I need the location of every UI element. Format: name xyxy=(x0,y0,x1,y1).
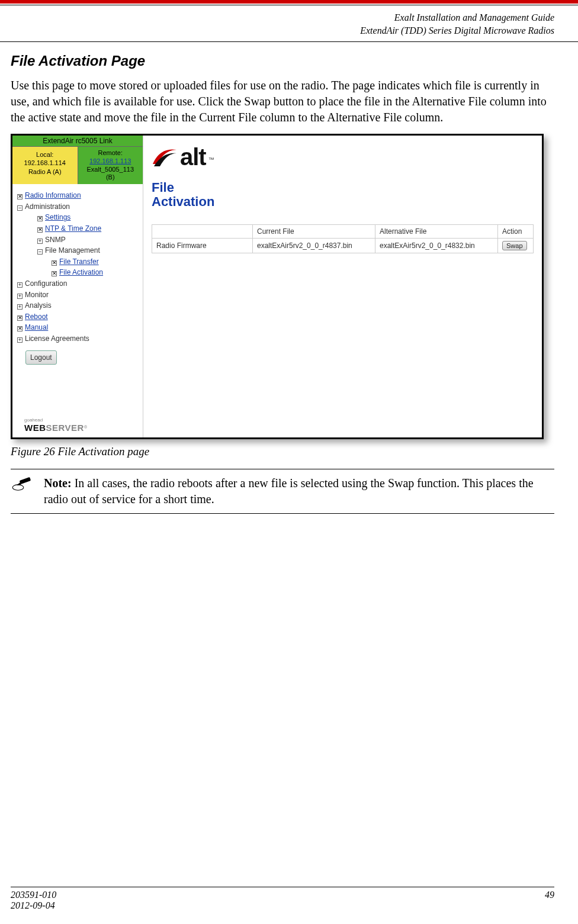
bullet-icon: ✕ xyxy=(52,260,57,266)
pencil-icon xyxy=(11,475,33,507)
nav-file-transfer[interactable]: ✕ File Transfer xyxy=(17,256,139,268)
note-text: Note: In all cases, the radio reboots af… xyxy=(44,475,554,507)
nav-settings[interactable]: ✕ Settings xyxy=(17,212,139,223)
nav-license[interactable]: + License Agreements xyxy=(17,333,139,345)
page-footer: 203591-010 2012-09-04 49 xyxy=(0,887,578,911)
figure-caption: Figure 26 File Activation page xyxy=(11,445,554,458)
collapse-icon[interactable]: − xyxy=(17,205,23,211)
footer-rule xyxy=(11,887,554,887)
collapse-icon[interactable]: − xyxy=(37,249,43,255)
server-text: SERVER xyxy=(46,423,84,433)
logo-text: alt xyxy=(180,144,206,170)
note-body: In all cases, the radio reboots after a … xyxy=(44,477,534,506)
nav-reboot[interactable]: ✕ Reboot xyxy=(17,311,139,323)
col-alternative: Alternative File xyxy=(375,225,498,239)
top-red-bar xyxy=(0,0,578,4)
remote-label: Remote: xyxy=(79,149,142,157)
remote-radio-box[interactable]: Remote: 192.168.1.113 Exalt_5005_113 (B) xyxy=(78,147,143,184)
link-title: ExtendAir rc5005 Link xyxy=(12,136,143,147)
swap-button[interactable]: Swap xyxy=(502,241,527,250)
bullet-icon: ✕ xyxy=(17,194,23,199)
section-title: File Activation Page xyxy=(11,53,554,69)
bullet-icon: ✕ xyxy=(17,315,23,321)
nav-ntp[interactable]: ✕ NTP & Time Zone xyxy=(17,223,139,234)
screenshot-figure: ExtendAir rc5005 Link Local: 192.168.1.1… xyxy=(11,134,544,439)
col-action: Action xyxy=(498,225,534,239)
file-table: Current File Alternative File Action Rad… xyxy=(152,224,534,253)
exalt-logo: alt ™ xyxy=(143,136,542,175)
sidebar: ExtendAir rc5005 Link Local: 192.168.1.1… xyxy=(12,136,143,437)
page-number: 49 xyxy=(545,890,554,911)
nav-file-management[interactable]: − File Management xyxy=(17,245,139,256)
main-panel: alt ™ File Activation Current File Alter… xyxy=(143,136,542,437)
nav-administration[interactable]: − Administration xyxy=(17,201,139,213)
web-text: WEB xyxy=(24,423,46,433)
nav-snmp[interactable]: + SNMP xyxy=(17,234,139,246)
nav-manual[interactable]: ✕ Manual xyxy=(17,322,139,333)
col-blank xyxy=(152,225,253,239)
page-header: Exalt Installation and Management Guide … xyxy=(0,5,578,39)
trademark-icon: ™ xyxy=(208,156,214,163)
remote-ip-link[interactable]: 192.168.1.113 xyxy=(89,157,131,165)
header-line2: ExtendAir (TDD) Series Digital Microwave… xyxy=(24,24,554,37)
nav-monitor[interactable]: + Monitor xyxy=(17,289,139,301)
doc-number: 203591-010 xyxy=(11,890,56,900)
nav-file-activation[interactable]: ✕ File Activation xyxy=(17,267,139,278)
row-alt: exaltExAir5rv2_0_0_r4832.bin xyxy=(375,239,498,253)
svg-point-0 xyxy=(12,485,24,490)
nav-tree: ✕ Radio Information − Administration ✕ S… xyxy=(12,184,143,414)
local-ip: 192.168.1.114 xyxy=(14,159,76,167)
bullet-icon: ✕ xyxy=(37,216,43,221)
nav-radio-info[interactable]: ✕ Radio Information xyxy=(17,190,139,201)
local-label: Local: xyxy=(14,150,76,159)
page-heading: File Activation xyxy=(143,175,542,224)
local-radio: Radio A (A) xyxy=(14,168,76,176)
nav-configuration[interactable]: + Configuration xyxy=(17,278,139,289)
expand-icon[interactable]: + xyxy=(17,337,23,343)
table-header-row: Current File Alternative File Action xyxy=(152,225,534,239)
svg-rect-1 xyxy=(20,477,31,484)
expand-icon[interactable]: + xyxy=(17,282,23,288)
local-radio-box: Local: 192.168.1.114 Radio A (A) xyxy=(12,147,78,184)
page-heading-l1: File xyxy=(152,181,542,195)
bullet-icon: ✕ xyxy=(52,271,57,276)
remote-name: Exalt_5005_113 xyxy=(79,166,142,174)
row-label: Radio Firmware xyxy=(152,239,253,253)
expand-icon[interactable]: + xyxy=(17,304,23,310)
col-current: Current File xyxy=(253,225,375,239)
remote-suffix: (B) xyxy=(79,173,142,182)
goahead-label: goahead xyxy=(24,417,143,423)
page-heading-l2: Activation xyxy=(152,195,542,209)
expand-icon[interactable]: + xyxy=(17,294,23,299)
section-body: Use this page to move stored or uploaded… xyxy=(11,78,554,125)
bullet-icon: ✕ xyxy=(17,326,23,331)
expand-icon[interactable]: + xyxy=(37,239,43,244)
bullet-icon: ✕ xyxy=(37,227,43,233)
note-bold: Note: xyxy=(44,477,72,490)
swoosh-icon xyxy=(152,146,178,169)
nav-analysis[interactable]: + Analysis xyxy=(17,300,139,311)
doc-date: 2012-09-04 xyxy=(11,900,56,911)
webserver-logo: goahead WEBSERVER® xyxy=(12,414,143,437)
logout-button[interactable]: Logout xyxy=(25,350,57,365)
table-row: Radio Firmware exaltExAir5rv2_0_0_r4837.… xyxy=(152,239,534,253)
note-block: Note: In all cases, the radio reboots af… xyxy=(11,469,554,514)
header-line1: Exalt Installation and Management Guide xyxy=(24,11,554,24)
row-current: exaltExAir5rv2_0_0_r4837.bin xyxy=(253,239,375,253)
